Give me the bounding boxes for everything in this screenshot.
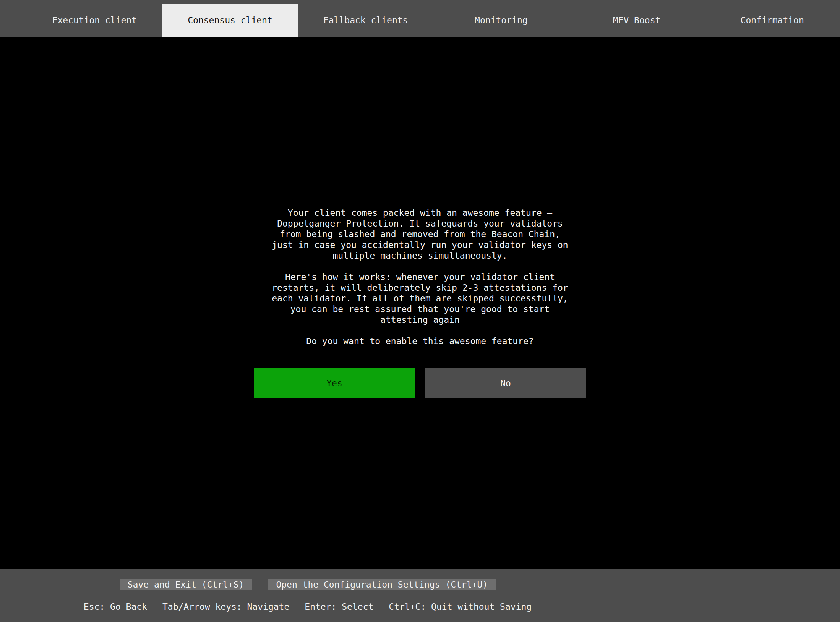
tab-consensus-client[interactable]: Consensus client	[162, 4, 298, 37]
keyboard-hints: Esc: Go Back Tab/Arrow keys: Navigate En…	[84, 601, 532, 612]
tab-fallback-clients[interactable]: Fallback clients	[298, 4, 433, 37]
save-and-exit-button[interactable]: Save and Exit (Ctrl+S)	[120, 579, 252, 590]
dialog-paragraph-how-it-works: Here's how it works: whenever your valid…	[254, 272, 586, 325]
tab-mev-boost[interactable]: MEV-Boost	[569, 4, 705, 37]
hint-ctrl-c-quit: Ctrl+C: Quit without Saving	[389, 601, 532, 612]
open-configuration-settings-button[interactable]: Open the Configuration Settings (Ctrl+U)	[268, 579, 496, 590]
dialog-question: Do you want to enable this awesome featu…	[254, 336, 586, 347]
main-area: Your client comes packed with an awesome…	[0, 37, 840, 569]
tab-confirmation[interactable]: Confirmation	[704, 4, 840, 37]
footer-button-row: Save and Exit (Ctrl+S) Open the Configur…	[120, 579, 496, 590]
dialog-paragraph-intro: Your client comes packed with an awesome…	[254, 207, 586, 261]
setup-wizard-screen: Execution client Consensus client Fallba…	[0, 0, 840, 622]
footer-bar: Save and Exit (Ctrl+S) Open the Configur…	[0, 569, 840, 622]
dialog-button-row: Yes No	[254, 368, 586, 398]
doppelganger-protection-dialog: Your client comes packed with an awesome…	[254, 207, 586, 398]
hint-esc-go-back: Esc: Go Back	[84, 601, 147, 612]
hint-enter-select: Enter: Select	[305, 601, 373, 612]
yes-button[interactable]: Yes	[254, 368, 415, 398]
wizard-tab-bar: Execution client Consensus client Fallba…	[0, 0, 840, 37]
footer-content: Save and Exit (Ctrl+S) Open the Configur…	[0, 569, 615, 622]
no-button[interactable]: No	[425, 368, 586, 398]
tab-execution-client[interactable]: Execution client	[27, 4, 162, 37]
tab-monitoring[interactable]: Monitoring	[433, 4, 569, 37]
hint-tab-arrow-navigate: Tab/Arrow keys: Navigate	[162, 601, 289, 612]
